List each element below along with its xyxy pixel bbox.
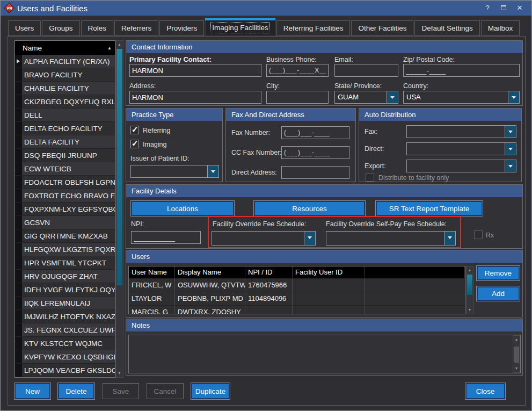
facility-list-item[interactable]: FOXTROT ECHO BRAVO FA: [15, 189, 115, 203]
tab-referrers[interactable]: Referrers: [114, 20, 158, 36]
maximize-button[interactable]: [497, 2, 510, 14]
sr-text-report-template-button[interactable]: SR Text Report Template: [376, 201, 483, 216]
state-combobox[interactable]: GUAM: [334, 91, 398, 104]
distribute-to-facility-only-checkbox[interactable]: [366, 173, 374, 182]
dropdown-arrow-icon[interactable]: [505, 160, 516, 172]
facility-list-item[interactable]: LPJQOM VEACBF GKSLDO: [15, 364, 115, 377]
auto-fax-combobox[interactable]: [406, 125, 516, 138]
npi-label: NPI:: [131, 220, 144, 228]
tab-other-facilities[interactable]: Other Facilities: [351, 20, 413, 36]
scroll-down-icon[interactable]: ▼: [467, 306, 473, 314]
facility-list-item[interactable]: DELTA ECHO FACILITY: [15, 122, 115, 135]
scroll-up-icon[interactable]: ▲: [467, 266, 473, 274]
dropdown-arrow-icon[interactable]: [505, 143, 516, 155]
facility-list-item[interactable]: DELL: [15, 109, 115, 122]
facility-list-item[interactable]: IIQK LFREMNULAIJ: [15, 297, 115, 310]
scrollbar-thumb[interactable]: [116, 49, 122, 285]
tab-groups[interactable]: Groups: [42, 20, 79, 36]
users-table-header-row[interactable]: User Name Display Name NPI / ID Facility…: [129, 266, 465, 279]
facility-list-item[interactable]: ALPHA FACILITY (CR/XA): [15, 55, 115, 68]
facility-list-item[interactable]: DSQ FBEQII JRUUNP: [15, 149, 115, 162]
business-phone-input[interactable]: [266, 64, 329, 77]
facility-list-item[interactable]: JS. FEGNX CXLCUEZ UWFL: [15, 323, 115, 337]
new-button[interactable]: New: [14, 383, 50, 399]
resources-button[interactable]: Resources: [254, 201, 365, 216]
scroll-down-icon[interactable]: ▼: [513, 365, 520, 372]
tab-roles[interactable]: Roles: [81, 20, 114, 36]
notes-scrollbar[interactable]: ▲ ▼: [513, 335, 520, 373]
zip-input[interactable]: [403, 64, 520, 77]
remove-user-button[interactable]: Remove: [477, 266, 520, 280]
tab-default-settings[interactable]: Default Settings: [414, 20, 479, 36]
add-user-button[interactable]: Add: [477, 286, 520, 301]
delete-button[interactable]: Delete: [58, 383, 94, 399]
close-button[interactable]: Close: [465, 383, 505, 399]
tab-referring-facilities[interactable]: Referring Facilities: [276, 20, 351, 36]
users-table-row[interactable]: FRICKEL, W OSUWWHW, QTVTW X. MD 17604759…: [129, 279, 465, 292]
facility-list-item[interactable]: DELTA FACILITY: [15, 135, 115, 149]
duplicate-button[interactable]: Duplicate: [191, 383, 230, 399]
current-row-indicator-icon: [15, 55, 22, 68]
country-combobox[interactable]: USA: [403, 91, 520, 104]
primary-contact-input[interactable]: [129, 64, 261, 77]
auto-export-label: Export:: [365, 162, 386, 170]
facility-list-item[interactable]: HPR VSMFTML YTCPKT: [15, 256, 115, 270]
direct-address-input[interactable]: [281, 166, 349, 179]
facility-list-scrollbar[interactable]: ▲ ▼: [115, 40, 123, 378]
tab-providers[interactable]: Providers: [159, 20, 204, 36]
referring-checkbox[interactable]: [130, 126, 139, 134]
scroll-up-icon[interactable]: ▲: [513, 336, 520, 343]
dropdown-arrow-icon[interactable]: [505, 126, 516, 138]
auto-export-combobox[interactable]: [406, 160, 516, 172]
npi-input[interactable]: [131, 231, 201, 244]
tab-mailbox[interactable]: Mailbox: [481, 20, 520, 36]
facility-list-item[interactable]: GIG QRRTMNE KMZXAB: [15, 229, 115, 243]
city-input[interactable]: [266, 91, 329, 104]
fax-number-label: Fax Number:: [231, 129, 270, 136]
facility-list-item[interactable]: HLFGQXW LKGZTIS PQXRC: [15, 243, 115, 256]
auto-direct-combobox[interactable]: [406, 142, 516, 155]
cancel-button[interactable]: Cancel: [147, 383, 184, 399]
facility-list-item[interactable]: KVPFYW KZEXO LQSBHGK: [15, 350, 115, 364]
app-icon-text: PR: [6, 6, 13, 10]
city-label: City:: [266, 82, 280, 90]
scroll-up-icon[interactable]: ▲: [116, 41, 123, 48]
facility-list-header[interactable]: Name ▲: [15, 41, 115, 55]
help-button[interactable]: ?: [481, 2, 494, 14]
dropdown-arrow-icon[interactable]: [387, 91, 398, 103]
dropdown-arrow-icon[interactable]: [207, 165, 218, 177]
facility-list-item[interactable]: KTV KLSTCCT WQJMC: [15, 337, 115, 350]
rx-checkbox[interactable]: [474, 230, 483, 239]
close-window-button[interactable]: ✕: [513, 2, 526, 14]
cc-fax-number-input[interactable]: [281, 146, 349, 159]
save-button[interactable]: Save: [103, 383, 139, 399]
facility-list-item[interactable]: ECW WTEICB: [15, 162, 115, 176]
scrollbar-thumb[interactable]: [514, 347, 519, 363]
maximize-icon: [501, 5, 506, 10]
facility-list-item[interactable]: CKIZBGEG DQXYFUQ RXLX: [15, 95, 115, 109]
facility-list-item[interactable]: GCSVN: [15, 216, 115, 229]
tab-imaging-facilities[interactable]: Imaging Facilities: [205, 18, 275, 36]
scroll-down-icon[interactable]: ▼: [116, 370, 123, 377]
users-table-row[interactable]: LTAYLOR PEOBNB, PLIXP MD 1104894096: [129, 292, 465, 306]
facility-list-item[interactable]: FQXPXNM-LXY EGFSYQBQ: [15, 203, 115, 216]
facility-list-item[interactable]: IDFH YVGF WLFYTKJ OQYT: [15, 283, 115, 297]
locations-button[interactable]: Locations: [131, 201, 234, 216]
users-table-scrollbar[interactable]: ▲ ▼: [466, 266, 473, 314]
tab-users[interactable]: Users: [8, 20, 41, 36]
issuer-of-patient-id-combobox[interactable]: [130, 165, 219, 178]
dropdown-arrow-icon[interactable]: [508, 91, 519, 103]
scrollbar-thumb[interactable]: [467, 275, 472, 295]
notes-textarea[interactable]: [128, 335, 521, 373]
facility-list-item[interactable]: HRV OJUGQGF ZHAT: [15, 270, 115, 283]
users-table-row[interactable]: MARCIS, G DWTXRX, ZDOSHY: [129, 306, 465, 314]
imaging-checkbox[interactable]: [130, 140, 139, 148]
facility-list-item[interactable]: CHARLIE FACILITY: [15, 82, 115, 95]
address-input[interactable]: [129, 91, 261, 104]
facility-list-item[interactable]: FDOACLTR OBLFSH LGPNC: [15, 176, 115, 189]
facility-list-item[interactable]: BRAVO FACILITY: [15, 68, 115, 82]
issuer-of-patient-id-label: Issuer of Patient ID:: [130, 155, 190, 162]
fax-number-input[interactable]: [281, 126, 349, 139]
email-input[interactable]: [334, 64, 398, 77]
facility-list-item[interactable]: IMJWILHZ HTOFTVK NXAZ: [15, 310, 115, 323]
